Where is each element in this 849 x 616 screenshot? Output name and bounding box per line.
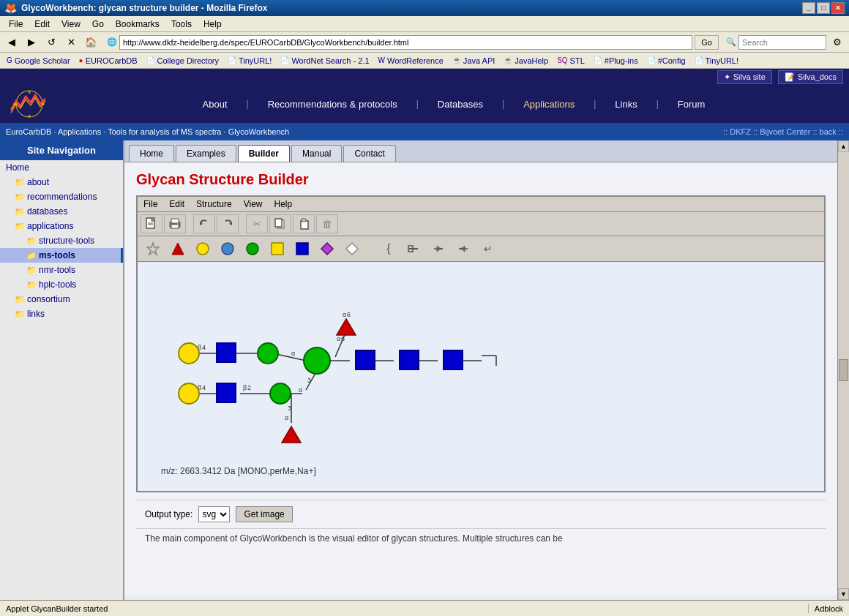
shape-white-diamond-button[interactable] — [341, 238, 363, 259]
bookmark-java-api[interactable]: ☕Java API — [449, 55, 498, 67]
site-logo[interactable]: ★ ★ ★ ★ — [0, 85, 59, 123]
menu-edit[interactable]: Edit — [29, 18, 56, 31]
scroll-up-button[interactable]: ▲ — [838, 140, 849, 152]
scroll-down-button[interactable]: ▼ — [838, 588, 849, 600]
svg-rect-18 — [302, 219, 306, 222]
enter-button[interactable]: ↵ — [477, 238, 499, 259]
applet-undo-button[interactable] — [193, 214, 215, 233]
bookmark-college-dir[interactable]: 📄College Directory — [143, 55, 222, 67]
get-image-button[interactable]: Get image — [236, 506, 292, 522]
bookmark-config[interactable]: 📄#Config — [643, 55, 689, 67]
scroll-thumb[interactable] — [839, 359, 848, 381]
applet-menu-edit[interactable]: Edit — [166, 198, 187, 210]
site-nav-databases[interactable]: Databases — [433, 96, 487, 113]
applet-cut-button[interactable]: ✂ — [246, 214, 268, 233]
bookmark-stl[interactable]: SQSTL — [553, 55, 588, 67]
shape-purple-diamond-button[interactable] — [316, 238, 338, 259]
home-button[interactable]: 🏠 — [82, 34, 100, 50]
applet-new-button[interactable] — [141, 214, 162, 233]
site-nav-recommendations[interactable]: Recommendations & protocols — [263, 96, 402, 113]
shape-yellow-square-button[interactable] — [266, 238, 288, 259]
forward-button[interactable]: ▶ — [23, 34, 40, 50]
search-input[interactable] — [738, 35, 826, 50]
applet-menu-file[interactable]: File — [141, 198, 160, 210]
tab-builder[interactable]: Builder — [238, 145, 290, 162]
reload-button[interactable]: ↺ — [42, 34, 60, 50]
glycan-canvas-area[interactable]: β 4 β 2 α α 6 — [138, 262, 824, 491]
maximize-button[interactable]: □ — [817, 2, 830, 14]
minimize-button[interactable]: _ — [802, 2, 815, 14]
shape-red-triangle-button[interactable] — [167, 238, 189, 259]
java-api-icon: ☕ — [452, 56, 461, 64]
menu-tools[interactable]: Tools — [165, 18, 198, 31]
sidebar-item-applications[interactable]: 📁applications — [0, 219, 123, 233]
applet-menu-help[interactable]: Help — [272, 198, 296, 210]
tab-contact[interactable]: Contact — [343, 145, 395, 162]
vertical-scrollbar[interactable]: ▲ ▼ — [837, 140, 849, 600]
bookmark-google-scholar[interactable]: GGoogle Scholar — [3, 55, 74, 67]
shape-green-circle-button[interactable] — [242, 238, 263, 259]
stop-button[interactable]: ✕ — [62, 34, 80, 50]
sidebar-item-recommendations[interactable]: 📁recommendations — [0, 189, 123, 204]
applet-menu-view[interactable]: View — [241, 198, 266, 210]
tab-examples[interactable]: Examples — [176, 145, 236, 162]
sidebar-item-ms-tools[interactable]: 📁ms-tools — [0, 248, 123, 263]
site-nav-forum[interactable]: Forum — [673, 96, 710, 113]
folder-icon-consortium: 📁 — [15, 295, 25, 304]
menu-view[interactable]: View — [56, 18, 86, 31]
sidebar-item-about[interactable]: 📁about — [0, 175, 123, 189]
menu-file[interactable]: File — [3, 18, 29, 31]
shape-blue-square-button[interactable] — [291, 238, 313, 259]
arrow-right-button[interactable] — [452, 238, 474, 259]
bracket-center-button[interactable] — [403, 238, 424, 259]
arrow-left-button[interactable] — [427, 238, 449, 259]
output-type-select[interactable]: svg png pdf — [198, 506, 230, 522]
bookmark-wordnet[interactable]: 📄WordNet Search - 2.1 — [277, 55, 373, 67]
tab-manual[interactable]: Manual — [291, 145, 342, 162]
sidebar-item-databases[interactable]: 📁databases — [0, 204, 123, 219]
applet-paste-button[interactable] — [293, 214, 315, 233]
menu-go[interactable]: Go — [86, 18, 110, 31]
sidebar-item-home[interactable]: Home — [0, 160, 123, 175]
svg-point-78 — [179, 383, 199, 404]
silva-docs-button[interactable]: 📝 Silva_docs — [778, 70, 843, 84]
bookmark-eurocarbdb[interactable]: ●EUROCarbDB — [75, 55, 141, 67]
silva-site-button[interactable]: ✦ Silva site — [717, 70, 772, 84]
close-button[interactable]: ✕ — [831, 2, 845, 14]
shape-yellow-circle-button[interactable] — [192, 238, 214, 259]
bookmark-javahelp[interactable]: ☕JavaHelp — [500, 55, 552, 67]
folder-icon-nmr-tools: 📁 — [26, 266, 37, 275]
svg-marker-81 — [282, 427, 301, 443]
applet-delete-button[interactable]: 🗑 — [316, 214, 338, 233]
go-button[interactable]: Go — [695, 35, 719, 50]
shape-blue-circle-button[interactable] — [217, 238, 239, 259]
bracket-left-button[interactable]: { — [378, 238, 400, 259]
bookmark-wordreference[interactable]: WWordReference — [375, 55, 447, 67]
bookmark-tinyurl1[interactable]: 📄TinyURL! — [224, 55, 275, 67]
sidebar-item-links[interactable]: 📁links — [0, 307, 123, 321]
site-nav-about[interactable]: About — [198, 96, 232, 113]
menu-help[interactable]: Help — [198, 18, 228, 31]
shape-star-button[interactable] — [142, 238, 164, 259]
svg-text:4: 4 — [202, 344, 206, 351]
sidebar-item-consortium[interactable]: 📁consortium — [0, 292, 123, 307]
applet-redo-button[interactable] — [217, 214, 239, 233]
menu-bookmarks[interactable]: Bookmarks — [110, 18, 165, 31]
sidebar-item-hplc-tools[interactable]: 📁hplc-tools — [0, 277, 123, 292]
applet-menu-structure[interactable]: Structure — [193, 198, 235, 210]
site-nav-links[interactable]: Links — [610, 96, 641, 113]
folder-icon-databases: 📁 — [15, 207, 25, 217]
applet-copy-button[interactable] — [269, 214, 291, 233]
sidebar-item-nmr-tools[interactable]: 📁nmr-tools — [0, 263, 123, 277]
svg-point-21 — [197, 243, 209, 255]
applet-print-button[interactable] — [164, 214, 186, 233]
address-input[interactable] — [119, 35, 692, 50]
bookmark-plugins[interactable]: 📄#Plug-ins — [590, 55, 642, 67]
sidebar-item-structure-tools[interactable]: 📁structure-tools — [0, 233, 123, 248]
svg-rect-17 — [301, 221, 308, 229]
tab-home[interactable]: Home — [129, 145, 174, 162]
back-button[interactable]: ◀ — [3, 34, 20, 50]
bookmark-tinyurl2[interactable]: 📄TinyURL! — [691, 55, 742, 67]
browser-settings-button[interactable]: ⚙ — [829, 34, 846, 50]
site-nav-applications[interactable]: Applications — [519, 96, 579, 113]
